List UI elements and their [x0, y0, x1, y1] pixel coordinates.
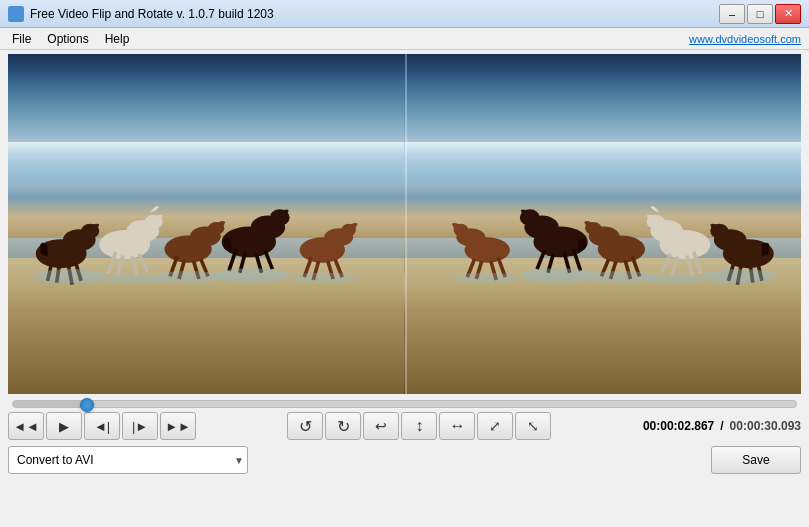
video-preview	[8, 54, 801, 394]
next-frame-button[interactable]: |►	[122, 412, 158, 440]
video-divider	[405, 54, 407, 394]
svg-point-37	[154, 271, 223, 284]
video-preview-area	[8, 54, 801, 394]
app-icon	[8, 6, 24, 22]
next-frame-icon: |►	[132, 419, 148, 434]
rewind-button[interactable]: ◄◄	[8, 412, 44, 440]
svg-line-27	[265, 251, 272, 269]
horses-right	[405, 163, 802, 299]
expand-icon: ⤢	[489, 418, 501, 434]
svg-point-35	[34, 269, 107, 284]
transform-controls: ↺ ↻ ↩ ↕ ↔ ⤢ ⤡	[287, 412, 551, 440]
play-icon: ▶	[59, 419, 69, 434]
menu-options[interactable]: Options	[39, 30, 96, 48]
time-current: 00:00:02.867	[643, 419, 714, 433]
minimize-button[interactable]: –	[719, 4, 745, 24]
play-button[interactable]: ▶	[46, 412, 82, 440]
flip-vertical-icon: ↕	[415, 417, 423, 435]
close-button[interactable]: ✕	[775, 4, 801, 24]
svg-line-53	[662, 253, 670, 271]
svg-point-79	[452, 273, 517, 284]
window-controls: – □ ✕	[719, 4, 801, 24]
sky-right	[405, 54, 802, 149]
sky-left	[8, 54, 405, 149]
format-select[interactable]: Convert to AVI Convert to MP4 Convert to…	[8, 446, 248, 474]
video-right-half	[405, 54, 802, 394]
menu-help[interactable]: Help	[97, 30, 138, 48]
rotate-cw-button[interactable]: ↻	[325, 412, 361, 440]
scrubber-thumb[interactable]	[80, 398, 94, 412]
rotate-180-button[interactable]: ↩	[363, 412, 399, 440]
window-title: Free Video Flip and Rotate v. 1.0.7 buil…	[30, 7, 719, 21]
flip-horizontal-icon: ↔	[449, 417, 465, 435]
svg-point-75	[702, 269, 775, 284]
scrubber-fill	[13, 401, 87, 407]
scrubber-track[interactable]	[12, 400, 797, 408]
rotate-ccw-icon: ↺	[299, 417, 312, 436]
time-separator: /	[720, 419, 723, 433]
save-button[interactable]: Save	[711, 446, 801, 474]
flip-vertical-button[interactable]: ↕	[401, 412, 437, 440]
contract-icon: ⤡	[527, 418, 539, 434]
menu-file[interactable]: File	[4, 30, 39, 48]
video-left-half	[8, 54, 405, 394]
scrubber-area	[8, 400, 801, 408]
menu-bar: File Options Help www.dvdvideosoft.com	[0, 28, 809, 50]
svg-point-77	[586, 271, 655, 284]
bottom-bar: Convert to AVI Convert to MP4 Convert to…	[8, 446, 801, 474]
svg-line-67	[537, 251, 544, 269]
svg-point-39	[291, 273, 356, 284]
expand-button[interactable]: ⤢	[477, 412, 513, 440]
forward-button[interactable]: ►►	[160, 412, 196, 440]
svg-line-13	[139, 253, 147, 271]
format-select-wrapper: Convert to AVI Convert to MP4 Convert to…	[8, 446, 248, 474]
playback-controls: ◄◄ ▶ ◄| |► ►►	[8, 412, 196, 440]
time-total: 00:00:30.093	[730, 419, 801, 433]
rotate-cw-icon: ↻	[337, 417, 350, 436]
svg-line-52	[672, 256, 677, 275]
contract-button[interactable]: ⤡	[515, 412, 551, 440]
controls-row: ◄◄ ▶ ◄| |► ►► ↺ ↻ ↩ ↕ ↔ ⤢	[8, 412, 801, 440]
forward-icon: ►►	[165, 419, 191, 434]
title-bar: Free Video Flip and Rotate v. 1.0.7 buil…	[0, 0, 809, 28]
maximize-button[interactable]: □	[747, 4, 773, 24]
horses-left	[8, 163, 405, 299]
prev-frame-button[interactable]: ◄|	[84, 412, 120, 440]
svg-point-78	[519, 268, 595, 283]
rewind-icon: ◄◄	[13, 419, 39, 434]
rotate-ccw-button[interactable]: ↺	[287, 412, 323, 440]
rotate-180-icon: ↩	[375, 418, 387, 434]
flip-horizontal-button[interactable]: ↔	[439, 412, 475, 440]
svg-line-12	[132, 256, 137, 275]
website-link[interactable]: www.dvdvideosoft.com	[689, 33, 801, 45]
svg-point-38	[214, 268, 290, 283]
prev-frame-icon: ◄|	[94, 419, 110, 434]
time-display: 00:00:02.867 / 00:00:30.093	[643, 419, 801, 433]
